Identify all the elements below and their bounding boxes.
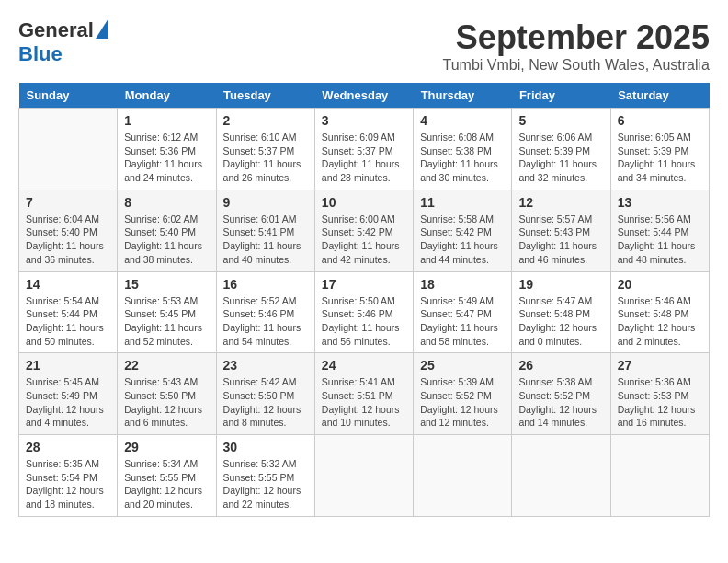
col-header-friday: Friday bbox=[512, 83, 610, 109]
day-info: Sunrise: 5:46 AM Sunset: 5:48 PM Dayligh… bbox=[618, 294, 702, 349]
day-info: Sunrise: 6:06 AM Sunset: 5:39 PM Dayligh… bbox=[518, 131, 603, 185]
day-number: 26 bbox=[518, 358, 603, 373]
calendar-cell: 22Sunrise: 5:43 AM Sunset: 5:50 PM Dayli… bbox=[118, 353, 216, 435]
day-info: Sunrise: 5:52 AM Sunset: 5:46 PM Dayligh… bbox=[223, 294, 308, 349]
calendar-cell: 15Sunrise: 5:53 AM Sunset: 5:45 PM Dayli… bbox=[118, 271, 216, 353]
calendar-cell: 12Sunrise: 5:57 AM Sunset: 5:43 PM Dayli… bbox=[512, 190, 610, 271]
day-info: Sunrise: 6:05 AM Sunset: 5:39 PM Dayligh… bbox=[618, 131, 702, 185]
day-number: 15 bbox=[124, 277, 209, 292]
day-number: 11 bbox=[420, 195, 505, 210]
day-number: 3 bbox=[322, 113, 406, 128]
day-number: 23 bbox=[223, 358, 308, 373]
logo-general-text: General bbox=[18, 18, 94, 42]
day-info: Sunrise: 5:49 AM Sunset: 5:47 PM Dayligh… bbox=[420, 294, 505, 349]
day-number: 8 bbox=[124, 195, 209, 210]
calendar-cell: 13Sunrise: 5:56 AM Sunset: 5:44 PM Dayli… bbox=[610, 190, 709, 271]
day-info: Sunrise: 5:41 AM Sunset: 5:51 PM Dayligh… bbox=[322, 375, 406, 430]
calendar-week-row: 14Sunrise: 5:54 AM Sunset: 5:44 PM Dayli… bbox=[19, 271, 710, 353]
day-number: 14 bbox=[26, 277, 110, 292]
day-info: Sunrise: 5:47 AM Sunset: 5:48 PM Dayligh… bbox=[518, 294, 603, 349]
day-number: 30 bbox=[223, 440, 308, 454]
calendar-cell: 7Sunrise: 6:04 AM Sunset: 5:40 PM Daylig… bbox=[19, 190, 118, 271]
day-number: 5 bbox=[518, 113, 603, 128]
col-header-sunday: Sunday bbox=[19, 83, 118, 109]
calendar-cell: 6Sunrise: 6:05 AM Sunset: 5:39 PM Daylig… bbox=[610, 109, 709, 190]
day-number: 28 bbox=[26, 440, 110, 454]
calendar-cell: 14Sunrise: 5:54 AM Sunset: 5:44 PM Dayli… bbox=[19, 271, 118, 353]
col-header-monday: Monday bbox=[118, 83, 216, 109]
calendar-header-row: SundayMondayTuesdayWednesdayThursdayFrid… bbox=[19, 83, 710, 109]
day-info: Sunrise: 6:01 AM Sunset: 5:41 PM Dayligh… bbox=[223, 213, 308, 267]
calendar-week-row: 7Sunrise: 6:04 AM Sunset: 5:40 PM Daylig… bbox=[19, 190, 710, 271]
calendar-cell bbox=[19, 109, 118, 190]
day-info: Sunrise: 5:32 AM Sunset: 5:55 PM Dayligh… bbox=[223, 457, 308, 511]
day-info: Sunrise: 5:38 AM Sunset: 5:52 PM Dayligh… bbox=[518, 375, 603, 430]
title-section: September 2025 Tumbi Vmbi, New South Wal… bbox=[443, 18, 710, 74]
day-info: Sunrise: 5:58 AM Sunset: 5:42 PM Dayligh… bbox=[420, 213, 505, 267]
logo-blue-text: Blue bbox=[18, 42, 63, 66]
col-header-thursday: Thursday bbox=[414, 83, 512, 109]
day-info: Sunrise: 5:35 AM Sunset: 5:54 PM Dayligh… bbox=[26, 457, 110, 511]
day-number: 12 bbox=[518, 195, 603, 210]
day-info: Sunrise: 6:12 AM Sunset: 5:36 PM Dayligh… bbox=[124, 131, 209, 185]
col-header-saturday: Saturday bbox=[610, 83, 709, 109]
calendar-cell: 28Sunrise: 5:35 AM Sunset: 5:54 PM Dayli… bbox=[19, 435, 118, 517]
calendar-cell: 8Sunrise: 6:02 AM Sunset: 5:40 PM Daylig… bbox=[118, 190, 216, 271]
calendar-cell: 9Sunrise: 6:01 AM Sunset: 5:41 PM Daylig… bbox=[216, 190, 314, 271]
calendar-cell bbox=[512, 435, 610, 517]
logo: General Blue bbox=[18, 18, 108, 66]
day-number: 25 bbox=[420, 358, 505, 373]
day-info: Sunrise: 6:04 AM Sunset: 5:40 PM Dayligh… bbox=[26, 213, 110, 267]
day-number: 20 bbox=[618, 277, 702, 292]
day-number: 2 bbox=[223, 113, 308, 128]
month-title: September 2025 bbox=[443, 18, 710, 57]
calendar-week-row: 28Sunrise: 5:35 AM Sunset: 5:54 PM Dayli… bbox=[19, 435, 710, 517]
calendar-table: SundayMondayTuesdayWednesdayThursdayFrid… bbox=[18, 83, 710, 517]
day-info: Sunrise: 5:39 AM Sunset: 5:52 PM Dayligh… bbox=[420, 375, 505, 430]
calendar-cell: 27Sunrise: 5:36 AM Sunset: 5:53 PM Dayli… bbox=[610, 353, 709, 435]
day-number: 9 bbox=[223, 195, 308, 210]
calendar-cell: 23Sunrise: 5:42 AM Sunset: 5:50 PM Dayli… bbox=[216, 353, 314, 435]
day-number: 24 bbox=[322, 358, 406, 373]
calendar-cell: 11Sunrise: 5:58 AM Sunset: 5:42 PM Dayli… bbox=[414, 190, 512, 271]
calendar-week-row: 1Sunrise: 6:12 AM Sunset: 5:36 PM Daylig… bbox=[19, 109, 710, 190]
day-number: 27 bbox=[618, 358, 702, 373]
calendar-week-row: 21Sunrise: 5:45 AM Sunset: 5:49 PM Dayli… bbox=[19, 353, 710, 435]
calendar-cell: 21Sunrise: 5:45 AM Sunset: 5:49 PM Dayli… bbox=[19, 353, 118, 435]
day-number: 18 bbox=[420, 277, 505, 292]
day-info: Sunrise: 5:36 AM Sunset: 5:53 PM Dayligh… bbox=[618, 375, 702, 430]
calendar-cell: 2Sunrise: 6:10 AM Sunset: 5:37 PM Daylig… bbox=[216, 109, 314, 190]
calendar-cell: 10Sunrise: 6:00 AM Sunset: 5:42 PM Dayli… bbox=[314, 190, 413, 271]
calendar-cell: 17Sunrise: 5:50 AM Sunset: 5:46 PM Dayli… bbox=[314, 271, 413, 353]
day-info: Sunrise: 6:10 AM Sunset: 5:37 PM Dayligh… bbox=[223, 131, 308, 185]
day-number: 4 bbox=[420, 113, 505, 128]
day-info: Sunrise: 6:02 AM Sunset: 5:40 PM Dayligh… bbox=[124, 213, 209, 267]
day-number: 13 bbox=[618, 195, 702, 210]
calendar-cell: 5Sunrise: 6:06 AM Sunset: 5:39 PM Daylig… bbox=[512, 109, 610, 190]
calendar-cell: 30Sunrise: 5:32 AM Sunset: 5:55 PM Dayli… bbox=[216, 435, 314, 517]
day-number: 16 bbox=[223, 277, 308, 292]
day-number: 17 bbox=[322, 277, 406, 292]
day-info: Sunrise: 5:57 AM Sunset: 5:43 PM Dayligh… bbox=[518, 213, 603, 267]
day-info: Sunrise: 5:42 AM Sunset: 5:50 PM Dayligh… bbox=[223, 375, 308, 430]
location-title: Tumbi Vmbi, New South Wales, Australia bbox=[443, 57, 710, 74]
col-header-wednesday: Wednesday bbox=[314, 83, 413, 109]
calendar-cell: 18Sunrise: 5:49 AM Sunset: 5:47 PM Dayli… bbox=[414, 271, 512, 353]
day-number: 7 bbox=[26, 195, 110, 210]
calendar-cell bbox=[414, 435, 512, 517]
calendar-cell: 3Sunrise: 6:09 AM Sunset: 5:37 PM Daylig… bbox=[314, 109, 413, 190]
day-info: Sunrise: 6:08 AM Sunset: 5:38 PM Dayligh… bbox=[420, 131, 505, 185]
logo-triangle-icon bbox=[96, 18, 108, 39]
day-info: Sunrise: 5:54 AM Sunset: 5:44 PM Dayligh… bbox=[26, 294, 110, 349]
calendar-cell: 26Sunrise: 5:38 AM Sunset: 5:52 PM Dayli… bbox=[512, 353, 610, 435]
day-info: Sunrise: 5:43 AM Sunset: 5:50 PM Dayligh… bbox=[124, 375, 209, 430]
calendar-cell: 25Sunrise: 5:39 AM Sunset: 5:52 PM Dayli… bbox=[414, 353, 512, 435]
calendar-cell: 19Sunrise: 5:47 AM Sunset: 5:48 PM Dayli… bbox=[512, 271, 610, 353]
day-number: 19 bbox=[518, 277, 603, 292]
day-info: Sunrise: 5:34 AM Sunset: 5:55 PM Dayligh… bbox=[124, 457, 209, 511]
col-header-tuesday: Tuesday bbox=[216, 83, 314, 109]
day-number: 1 bbox=[124, 113, 209, 128]
day-number: 21 bbox=[26, 358, 110, 373]
day-number: 22 bbox=[124, 358, 209, 373]
day-number: 10 bbox=[322, 195, 406, 210]
